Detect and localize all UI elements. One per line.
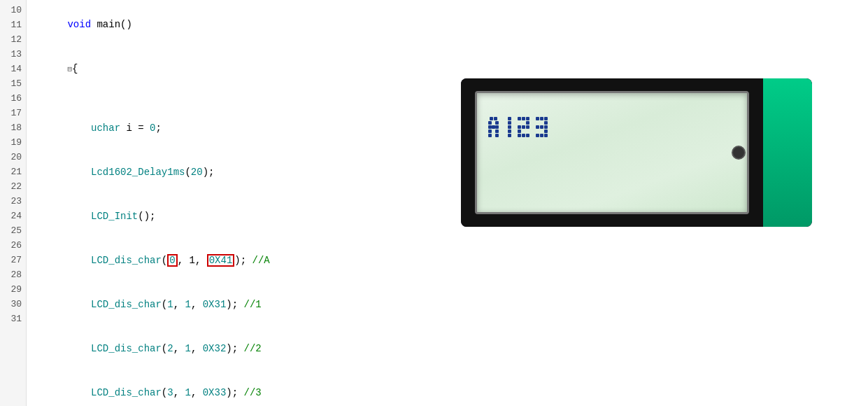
ln-31: 31: [0, 312, 26, 326]
code-line-19: LCD_dis_char(3, 1, 0X33); //3: [32, 371, 868, 406]
ln-29: 29: [0, 282, 26, 297]
svg-rect-2: [488, 121, 492, 125]
code-line-16: LCD_dis_char(0, 1, 0X41); //A: [32, 239, 868, 283]
keyword-void: void: [67, 19, 91, 30]
svg-rect-20: [518, 125, 521, 129]
ln-14: 14: [0, 62, 26, 76]
svg-rect-5: [492, 125, 495, 129]
lcd-screen: [475, 91, 749, 214]
svg-rect-12: [508, 121, 511, 125]
svg-rect-19: [526, 121, 529, 125]
svg-rect-1: [494, 117, 497, 120]
svg-rect-7: [488, 130, 492, 133]
line-numbers: 10 11 12 13 14 15 16 17 18 19 20 21 22 2…: [0, 0, 27, 406]
ln-19: 19: [0, 135, 26, 150]
svg-rect-13: [508, 125, 511, 129]
svg-rect-35: [536, 134, 539, 137]
svg-rect-34: [544, 130, 548, 133]
ln-22: 22: [0, 179, 26, 194]
ln-20: 20: [0, 150, 26, 164]
svg-rect-6: [495, 125, 499, 129]
svg-rect-16: [518, 117, 521, 120]
ln-30: 30: [0, 297, 26, 312]
ln-21: 21: [0, 164, 26, 179]
ln-24: 24: [0, 209, 26, 223]
svg-rect-36: [540, 134, 543, 137]
ln-23: 23: [0, 194, 26, 209]
highlight-0x41: 0X41: [207, 254, 235, 267]
ln-11: 11: [0, 18, 26, 32]
svg-rect-11: [508, 117, 511, 120]
ln-16: 16: [0, 91, 26, 106]
ln-27: 27: [0, 253, 26, 267]
svg-rect-22: [526, 125, 529, 129]
code-line-17: LCD_dis_char(1, 1, 0X31); //1: [32, 283, 868, 327]
lcd-display-text: [488, 107, 628, 156]
svg-rect-30: [544, 121, 548, 125]
svg-rect-37: [544, 134, 548, 137]
lcd-green-strip: [763, 78, 812, 227]
svg-rect-18: [526, 117, 529, 120]
ln-26: 26: [0, 238, 26, 253]
ln-25: 25: [0, 223, 26, 238]
svg-rect-26: [526, 134, 529, 137]
svg-rect-8: [495, 130, 499, 133]
svg-rect-32: [540, 125, 543, 129]
svg-rect-23: [518, 130, 521, 133]
svg-rect-33: [544, 125, 548, 129]
svg-rect-29: [544, 117, 548, 120]
svg-rect-24: [518, 134, 521, 137]
svg-rect-0: [490, 117, 493, 120]
svg-rect-27: [536, 117, 539, 120]
svg-rect-4: [488, 125, 492, 129]
code-content: void main() ⊟{ uchar i = 0; Lcd1602_Dela…: [27, 0, 868, 406]
ln-12: 12: [0, 32, 26, 47]
ln-18: 18: [0, 120, 26, 135]
lcd-dark-frame: [461, 78, 763, 227]
ln-28: 28: [0, 267, 26, 282]
svg-rect-31: [536, 125, 539, 129]
svg-rect-9: [488, 134, 492, 137]
highlight-0: 0: [167, 254, 177, 267]
svg-rect-10: [495, 134, 499, 137]
code-editor: 10 11 12 13 14 15 16 17 18 19 20 21 22 2…: [0, 0, 868, 406]
code-line-10: void main(): [32, 3, 868, 47]
ln-15: 15: [0, 76, 26, 91]
ln-13: 13: [0, 47, 26, 62]
svg-rect-21: [522, 125, 525, 129]
svg-rect-25: [522, 134, 525, 137]
svg-rect-17: [522, 117, 525, 120]
svg-rect-28: [540, 117, 543, 120]
svg-rect-15: [508, 134, 511, 137]
svg-rect-14: [508, 130, 511, 133]
svg-rect-3: [495, 121, 499, 125]
ln-17: 17: [0, 106, 26, 120]
ln-10: 10: [0, 3, 26, 18]
lcd-screw: [732, 146, 746, 160]
lcd-photo-overlay: [461, 78, 812, 227]
code-line-18: LCD_dis_char(2, 1, 0X32); //2: [32, 327, 868, 371]
